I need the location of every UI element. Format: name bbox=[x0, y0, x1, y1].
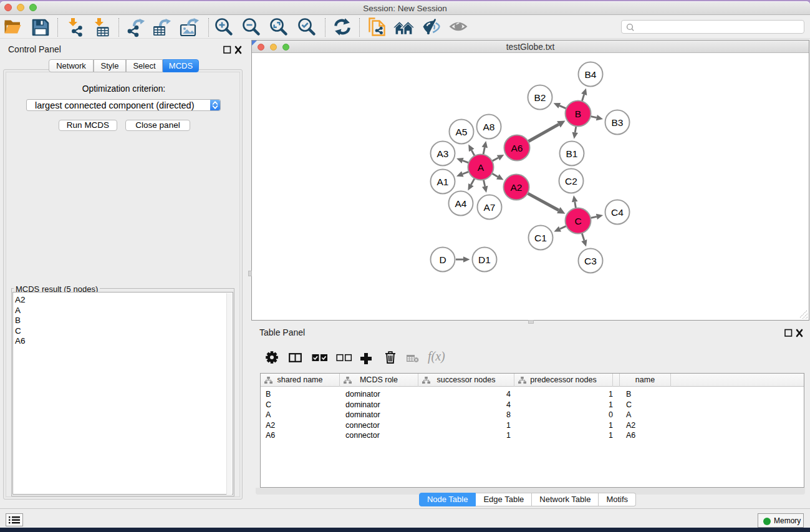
svg-text:C1: C1 bbox=[534, 233, 547, 243]
svg-text:B1: B1 bbox=[566, 148, 578, 159]
svg-text:A1: A1 bbox=[437, 177, 449, 187]
svg-text:D1: D1 bbox=[478, 254, 491, 265]
svg-text:C: C bbox=[574, 216, 581, 226]
svg-text:D: D bbox=[439, 254, 446, 265]
svg-text:B4: B4 bbox=[585, 69, 597, 80]
svg-text:C3: C3 bbox=[584, 256, 597, 266]
svg-text:B: B bbox=[575, 109, 581, 119]
svg-text:A6: A6 bbox=[511, 143, 523, 153]
svg-text:A2: A2 bbox=[511, 182, 523, 193]
svg-text:A7: A7 bbox=[484, 202, 496, 213]
svg-text:A8: A8 bbox=[483, 122, 495, 132]
svg-text:A: A bbox=[478, 162, 485, 173]
svg-text:A4: A4 bbox=[455, 198, 467, 209]
svg-text:C2: C2 bbox=[565, 176, 577, 186]
svg-text:B2: B2 bbox=[534, 92, 546, 103]
svg-text:A5: A5 bbox=[456, 127, 468, 137]
svg-text:A3: A3 bbox=[437, 148, 449, 159]
svg-text:C4: C4 bbox=[611, 207, 624, 218]
svg-text:B3: B3 bbox=[612, 117, 624, 128]
